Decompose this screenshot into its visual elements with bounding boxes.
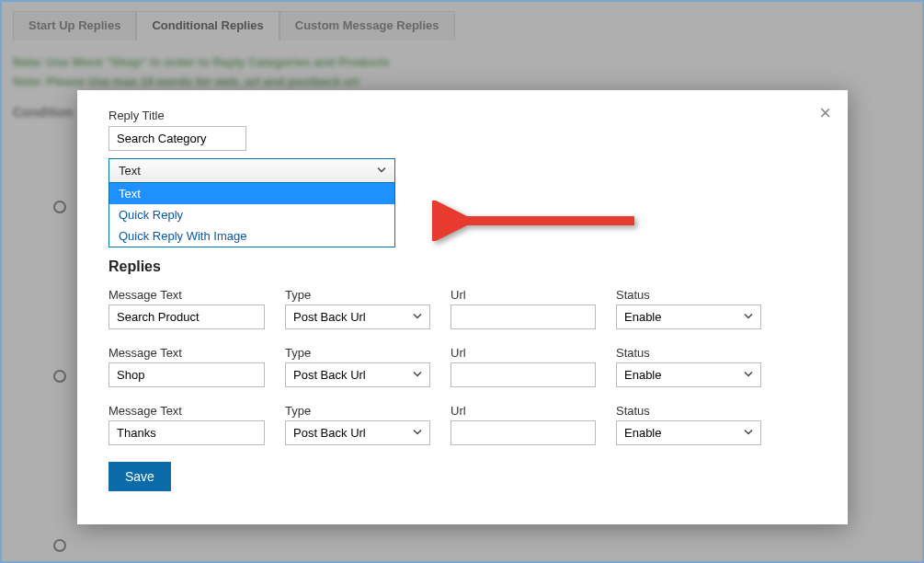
- col-label-type: Type: [285, 346, 430, 360]
- url-input[interactable]: [451, 362, 596, 387]
- reply-type-dropdown[interactable]: Text Text Quick Reply Quick Reply With I…: [108, 158, 395, 183]
- close-icon[interactable]: ×: [819, 103, 831, 123]
- type-select[interactable]: Post Back Url: [285, 362, 430, 387]
- type-select[interactable]: Post Back Url: [285, 420, 430, 445]
- col-label-type: Type: [285, 288, 430, 302]
- chevron-down-icon: [376, 164, 387, 178]
- type-select[interactable]: Post Back Url: [285, 304, 430, 329]
- message-text-input[interactable]: [108, 362, 265, 387]
- replies-heading: Replies: [108, 259, 816, 275]
- modal-dialog: × Reply Title Text Text Quick Reply Quic…: [77, 90, 848, 524]
- dropdown-option-quick-reply[interactable]: Quick Reply: [109, 204, 394, 225]
- col-label-status: Status: [616, 346, 761, 360]
- col-label-url: Url: [451, 288, 596, 302]
- col-label-status: Status: [616, 288, 761, 302]
- col-label-type: Type: [285, 404, 430, 418]
- replies-grid: Message Text Type Post Back Url Url Stat…: [108, 288, 816, 445]
- status-select[interactable]: Enable: [616, 362, 761, 387]
- dropdown-toggle[interactable]: Text: [108, 158, 395, 183]
- col-label-url: Url: [451, 346, 596, 360]
- reply-title-field: Reply Title: [108, 109, 816, 151]
- url-input[interactable]: [451, 304, 596, 329]
- col-label-message: Message Text: [108, 404, 265, 418]
- reply-title-label: Reply Title: [108, 109, 816, 122]
- col-label-url: Url: [451, 404, 596, 418]
- dropdown-option-quick-reply-image[interactable]: Quick Reply With Image: [109, 225, 394, 247]
- status-select[interactable]: Enable: [616, 420, 761, 445]
- col-label-status: Status: [616, 404, 761, 418]
- col-label-message: Message Text: [108, 288, 265, 302]
- dropdown-list: Text Quick Reply Quick Reply With Image: [108, 183, 395, 247]
- reply-title-input[interactable]: [108, 126, 246, 151]
- message-text-input[interactable]: [108, 304, 265, 329]
- status-select[interactable]: Enable: [616, 304, 761, 329]
- col-label-message: Message Text: [108, 346, 265, 360]
- message-text-input[interactable]: [108, 420, 265, 445]
- url-input[interactable]: [451, 420, 596, 445]
- dropdown-option-text[interactable]: Text: [109, 183, 394, 204]
- dropdown-selected-label: Text: [119, 164, 141, 178]
- save-button[interactable]: Save: [108, 462, 171, 491]
